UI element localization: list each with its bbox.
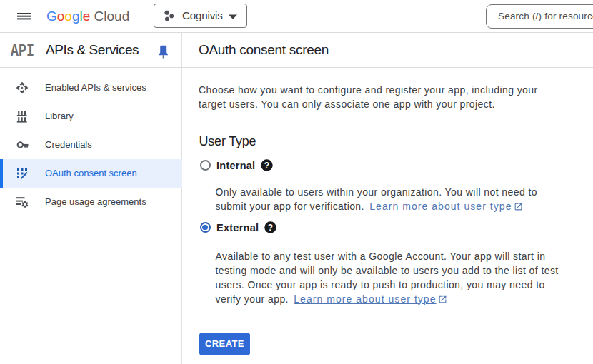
svg-text:?: ? (264, 160, 269, 170)
svg-text:?: ? (267, 222, 272, 232)
